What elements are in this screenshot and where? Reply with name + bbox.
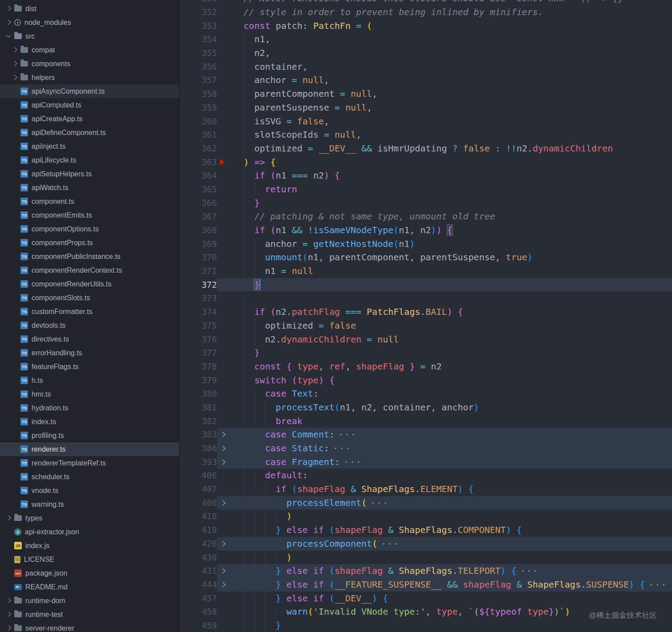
line-number-364[interactable]: 364 — [180, 169, 217, 183]
code-line-353[interactable]: 353const patch: PatchFn = ( — [180, 19, 672, 33]
line-number-367[interactable]: 367 — [180, 210, 217, 223]
tree-item-helpers[interactable]: helpers — [0, 71, 179, 84]
line-number-375[interactable]: 375 — [180, 319, 217, 333]
line-number-407[interactable]: 407 — [180, 482, 217, 496]
fold-chevron-icon[interactable] — [217, 441, 232, 455]
code-line-459[interactable]: 459} — [180, 619, 672, 632]
tree-item-renderer-ts[interactable]: TSrenderer.ts — [0, 442, 179, 456]
code-line-408[interactable]: 408processElement(··· — [180, 496, 672, 510]
line-number-361[interactable]: 361 — [180, 128, 217, 142]
code-line-351[interactable]: 351// Note: functions inside this closur… — [180, 0, 672, 5]
tree-item-componentrendercontext-ts[interactable]: TScomponentRenderContext.ts — [0, 263, 179, 277]
tree-item-api-extractor-json[interactable]: {}api-extractor.json — [0, 525, 179, 539]
line-number-383[interactable]: 383 — [180, 428, 217, 441]
chevron-right-icon[interactable] — [10, 71, 20, 84]
tree-item-devtools-ts[interactable]: TSdevtools.ts — [0, 318, 179, 332]
code-line-375[interactable]: 375optimized = false — [180, 319, 672, 333]
code-line-444[interactable]: 444} else if (__FEATURE_SUSPENSE__ && sh… — [180, 578, 672, 592]
tree-item-apiasynccomponent-ts[interactable]: TSapiAsyncComponent.ts — [0, 84, 179, 98]
breakpoint-arrow-icon[interactable] — [217, 155, 232, 169]
code-line-431[interactable]: 431} else if (shapeFlag & ShapeFlags.TEL… — [180, 564, 672, 578]
line-number-408[interactable]: 408 — [180, 496, 217, 510]
tree-item-scheduler-ts[interactable]: TSscheduler.ts — [0, 470, 179, 484]
code-line-419[interactable]: 419} else if (shapeFlag & ShapeFlags.COM… — [180, 523, 672, 537]
line-number-386[interactable]: 386 — [180, 441, 217, 455]
fold-chevron-icon[interactable] — [217, 428, 232, 441]
code-line-379[interactable]: 379switch (type) { — [180, 374, 672, 387]
chevron-down-icon[interactable] — [4, 29, 14, 43]
code-line-366[interactable]: 366} — [180, 196, 672, 210]
line-number-393[interactable]: 393 — [180, 455, 217, 469]
chevron-right-icon[interactable] — [4, 621, 14, 632]
code-line-359[interactable]: 359parentSuspense = null, — [180, 101, 672, 115]
tree-item-apiwatch-ts[interactable]: TSapiWatch.ts — [0, 181, 179, 195]
fold-chevron-icon[interactable] — [217, 564, 232, 578]
chevron-right-icon[interactable] — [4, 594, 14, 608]
code-line-357[interactable]: 357anchor = null, — [180, 73, 672, 87]
code-line-363[interactable]: 363) => { — [180, 155, 672, 169]
folded-code-indicator[interactable]: ··· — [344, 457, 362, 467]
line-number-444[interactable]: 444 — [180, 578, 217, 592]
tree-item-renderertemplateref-ts[interactable]: TSrendererTemplateRef.ts — [0, 456, 179, 470]
code-line-374[interactable]: 374if (n2.patchFlag === PatchFlags.BAIL)… — [180, 305, 672, 319]
code-line-377[interactable]: 377} — [180, 346, 672, 360]
tree-item-compat[interactable]: compat — [0, 43, 179, 57]
line-number-356[interactable]: 356 — [180, 60, 217, 74]
folded-code-indicator[interactable]: ··· — [520, 565, 539, 576]
fold-chevron-icon[interactable] — [217, 496, 232, 510]
code-line-369[interactable]: 369anchor = getNextHostNode(n1) — [180, 237, 672, 251]
code-line-354[interactable]: 354n1, — [180, 32, 672, 46]
tree-item-node-modules[interactable]: node_modules — [0, 16, 179, 29]
chevron-right-icon[interactable] — [10, 57, 20, 71]
line-number-366[interactable]: 366 — [180, 196, 217, 210]
chevron-right-icon[interactable] — [4, 2, 14, 16]
line-number-376[interactable]: 376 — [180, 333, 217, 346]
chevron-right-icon[interactable] — [4, 16, 14, 29]
tree-item-apisetuphelpers-ts[interactable]: TSapiSetupHelpers.ts — [0, 167, 179, 181]
folded-code-indicator[interactable]: ··· — [648, 579, 667, 590]
code-line-362[interactable]: 362optimized = __DEV__ && isHmrUpdating … — [180, 142, 672, 155]
tree-item-dist[interactable]: dist — [0, 2, 179, 16]
code-line-360[interactable]: 360isSVG = false, — [180, 115, 672, 128]
folded-code-indicator[interactable]: ··· — [381, 538, 400, 549]
tree-item-componentrenderutils-ts[interactable]: TScomponentRenderUtils.ts — [0, 277, 179, 291]
tree-item-warning-ts[interactable]: TSwarning.ts — [0, 497, 179, 511]
tree-item-apilifecycle-ts[interactable]: TSapiLifecycle.ts — [0, 153, 179, 167]
line-number-379[interactable]: 379 — [180, 374, 217, 387]
code-line-418[interactable]: 418) — [180, 509, 672, 523]
line-number-358[interactable]: 358 — [180, 87, 217, 101]
code-line-355[interactable]: 355n2, — [180, 46, 672, 60]
tree-item-componentpublicinstance-ts[interactable]: TScomponentPublicInstance.ts — [0, 250, 179, 263]
line-number-352[interactable]: 352 — [180, 5, 217, 19]
line-number-457[interactable]: 457 — [180, 592, 217, 605]
tree-item-apiinject-ts[interactable]: TSapiInject.ts — [0, 139, 179, 153]
line-number-418[interactable]: 418 — [180, 509, 217, 523]
tree-item-vnode-ts[interactable]: TSvnode.ts — [0, 484, 179, 497]
tree-item-profiling-ts[interactable]: TSprofiling.ts — [0, 429, 179, 442]
tree-item-server-renderer[interactable]: server-renderer — [0, 621, 179, 632]
line-number-359[interactable]: 359 — [180, 101, 217, 115]
tree-item-componentslots-ts[interactable]: TScomponentSlots.ts — [0, 291, 179, 305]
line-number-374[interactable]: 374 — [180, 305, 217, 319]
chevron-right-icon[interactable] — [4, 511, 14, 525]
tree-item-featureflags-ts[interactable]: TSfeatureFlags.ts — [0, 360, 179, 374]
folded-code-indicator[interactable]: ··· — [333, 443, 352, 453]
tree-item-component-ts[interactable]: TScomponent.ts — [0, 195, 179, 208]
code-line-376[interactable]: 376n2.dynamicChildren = null — [180, 333, 672, 346]
fold-chevron-icon[interactable] — [217, 537, 232, 551]
tree-item-apidefinecomponent-ts[interactable]: TSapiDefineComponent.ts — [0, 126, 179, 139]
tree-item-h-ts[interactable]: TSh.ts — [0, 374, 179, 387]
line-number-378[interactable]: 378 — [180, 360, 217, 374]
tree-item-hydration-ts[interactable]: TShydration.ts — [0, 401, 179, 415]
line-number-371[interactable]: 371 — [180, 264, 217, 278]
line-number-351[interactable]: 351 — [180, 0, 217, 5]
folded-code-indicator[interactable]: ··· — [338, 429, 357, 440]
tree-item-runtime-dom[interactable]: runtime-dom — [0, 594, 179, 608]
code-line-368[interactable]: 368if (n1 && !isSameVNodeType(n1, n2)) { — [180, 223, 672, 237]
code-line-380[interactable]: 380case Text: — [180, 387, 672, 401]
line-number-353[interactable]: 353 — [180, 19, 217, 33]
tree-item-componentemits-ts[interactable]: TScomponentEmits.ts — [0, 208, 179, 222]
tree-item-index-ts[interactable]: TSindex.ts — [0, 415, 179, 429]
code-line-352[interactable]: 352// style in order to prevent being in… — [180, 5, 672, 19]
line-number-420[interactable]: 420 — [180, 537, 217, 551]
